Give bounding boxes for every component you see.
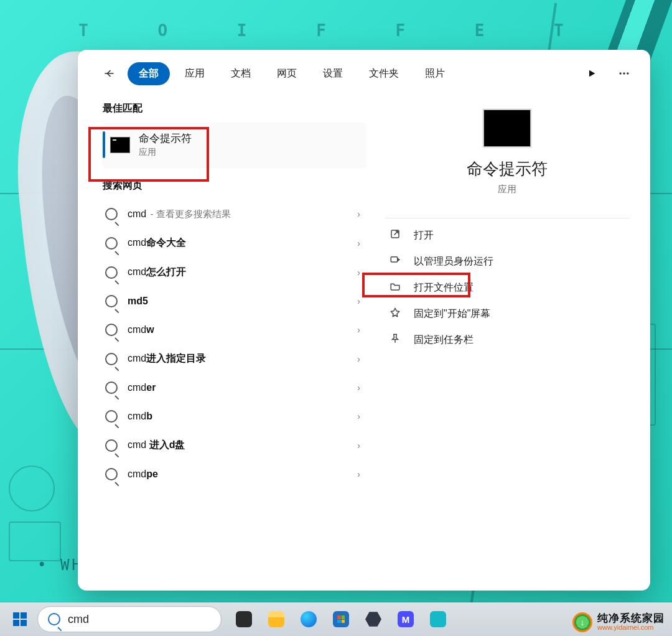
web-result-item[interactable]: cmd - 查看更多搜索结果› <box>103 200 366 228</box>
action-open-location[interactable]: 打开文件位置 <box>385 276 629 299</box>
more-button[interactable] <box>617 66 632 81</box>
search-icon <box>48 613 60 625</box>
web-result-text: md5 <box>128 296 148 307</box>
best-match-title: 命令提示符 <box>139 131 192 146</box>
best-match-item[interactable]: 命令提示符 应用 <box>103 123 366 167</box>
web-result-item[interactable]: cmd怎么打开› <box>103 258 366 287</box>
web-result-item[interactable]: cmder› <box>103 373 366 402</box>
taskbar-taskview[interactable] <box>231 607 256 632</box>
web-result-item[interactable]: cmdpe› <box>103 460 366 489</box>
edge-icon <box>301 611 317 627</box>
play-button[interactable] <box>584 66 599 81</box>
folder-icon <box>389 281 401 294</box>
web-result-item[interactable]: cmdw› <box>103 316 366 344</box>
chevron-right-icon: › <box>357 209 360 219</box>
tab-docs[interactable]: 文档 <box>220 62 262 85</box>
tab-all[interactable]: 全部 <box>128 62 170 85</box>
open-icon <box>389 228 401 242</box>
chevron-right-icon: › <box>357 238 360 248</box>
taskbar-explorer[interactable] <box>264 607 289 632</box>
search-icon <box>105 381 118 394</box>
web-result-item[interactable]: cmd进入指定目录› <box>103 344 366 373</box>
taskbar-search-input[interactable] <box>67 612 211 627</box>
action-open[interactable]: 打开 <box>385 223 629 247</box>
search-web-header: 搜索网页 <box>103 179 366 192</box>
tab-web[interactable]: 网页 <box>266 62 308 85</box>
folder-icon <box>268 611 284 627</box>
action-run-admin[interactable]: 以管理员身份运行 <box>385 250 629 273</box>
watermark-url: www.yidaimei.com <box>597 624 665 632</box>
taskbar-edge[interactable] <box>296 607 321 632</box>
web-result-text: cmd进入指定目录 <box>128 352 206 365</box>
chevron-right-icon: › <box>357 469 360 479</box>
chevron-right-icon: › <box>357 296 360 306</box>
details-title: 命令提示符 <box>467 158 548 180</box>
chevron-right-icon: › <box>357 354 360 364</box>
cmd-icon <box>110 137 130 153</box>
watermark: ↓ 纯净系统家园 www.yidaimei.com <box>572 612 665 632</box>
wallpaper-corner-text: • WH <box>37 556 83 574</box>
action-pin-start[interactable]: 固定到"开始"屏幕 <box>385 302 629 325</box>
shield-icon <box>389 255 401 268</box>
web-result-text: cmd怎么打开 <box>128 266 186 279</box>
search-icon <box>105 410 118 423</box>
web-result-text: cmd命令大全 <box>128 236 186 250</box>
tab-apps[interactable]: 应用 <box>174 62 216 85</box>
web-result-item[interactable]: cmd命令大全› <box>103 228 366 258</box>
taskbar-app-m[interactable]: M <box>393 607 418 632</box>
chevron-right-icon: › <box>357 268 360 278</box>
web-result-text: cmd - 查看更多搜索结果 <box>128 208 231 220</box>
tab-settings[interactable]: 设置 <box>312 62 354 85</box>
web-result-text: cmd 进入d盘 <box>128 439 185 452</box>
separator <box>385 218 629 218</box>
tab-folders[interactable]: 文件夹 <box>358 62 410 85</box>
svg-point-2 <box>627 72 628 74</box>
arrow-left-icon <box>103 67 115 80</box>
search-window: 全部 应用 文档 网页 设置 文件夹 照片 最佳匹配 命令提示符 应 <box>78 50 650 591</box>
results-pane: 最佳匹配 命令提示符 应用 搜索网页 cmd - 查看更多搜索结果›cmd命令大… <box>78 93 366 591</box>
taskbar-search[interactable] <box>37 606 222 632</box>
search-icon <box>105 295 118 307</box>
pin-taskbar-icon <box>389 333 401 347</box>
best-match-header: 最佳匹配 <box>103 102 366 115</box>
taskbar-store[interactable] <box>329 607 353 632</box>
search-icon <box>105 266 118 279</box>
pin-icon <box>389 307 401 320</box>
teal-app-icon <box>430 611 446 627</box>
chevron-right-icon: › <box>357 325 360 335</box>
action-open-label: 打开 <box>414 229 434 242</box>
search-icon <box>105 237 118 250</box>
play-icon <box>587 68 597 78</box>
web-result-item[interactable]: cmd 进入d盘› <box>103 431 366 460</box>
search-tabs: 全部 应用 文档 网页 设置 文件夹 照片 <box>128 62 578 85</box>
web-result-item[interactable]: md5› <box>103 287 366 316</box>
hex-icon <box>365 611 381 627</box>
tab-photos[interactable]: 照片 <box>414 62 456 85</box>
chevron-right-icon: › <box>357 383 360 393</box>
best-match-subtitle: 应用 <box>139 147 192 158</box>
search-icon <box>105 324 118 336</box>
watermark-title: 纯净系统家园 <box>597 613 665 624</box>
windows-logo-icon <box>13 612 27 626</box>
wallpaper-letters: T O I F F E T <box>0 21 672 40</box>
svg-point-1 <box>623 72 625 74</box>
search-icon <box>105 468 118 480</box>
svg-point-0 <box>620 72 622 74</box>
action-pin-taskbar[interactable]: 固定到任务栏 <box>385 328 629 352</box>
details-subtitle: 应用 <box>498 184 516 195</box>
web-results-list: cmd - 查看更多搜索结果›cmd命令大全›cmd怎么打开›md5›cmdw›… <box>103 200 366 489</box>
search-icon <box>105 353 118 365</box>
web-result-text: cmdpe <box>128 469 158 480</box>
taskbar-app-teal[interactable] <box>426 607 450 632</box>
back-button[interactable] <box>96 61 121 86</box>
taskbar-app-hex[interactable] <box>361 607 386 632</box>
start-button[interactable] <box>7 607 32 632</box>
details-pane: 命令提示符 应用 打开 以管理员身份运行 <box>366 93 650 591</box>
web-result-item[interactable]: cmdb› <box>103 402 366 431</box>
action-open-location-label: 打开文件位置 <box>414 281 474 294</box>
watermark-badge-icon: ↓ <box>572 612 592 632</box>
search-icon <box>105 208 118 220</box>
app-preview-icon <box>483 110 531 147</box>
action-pin-taskbar-label: 固定到任务栏 <box>414 334 474 347</box>
search-header: 全部 应用 文档 网页 设置 文件夹 照片 <box>78 50 650 93</box>
